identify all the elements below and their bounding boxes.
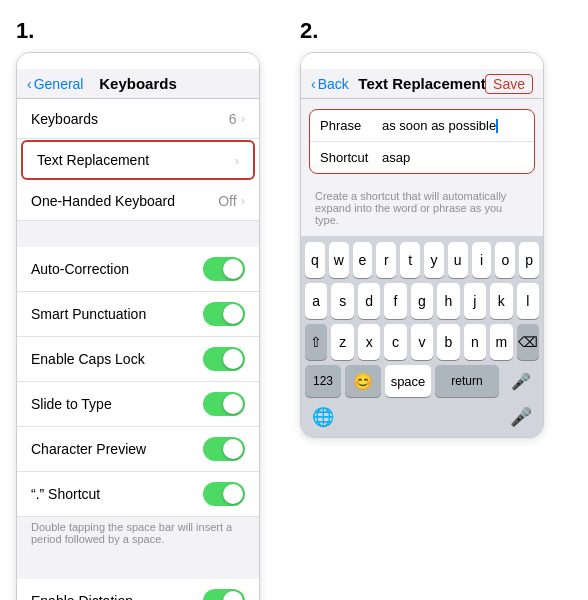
- key-w[interactable]: w: [329, 242, 349, 278]
- key-u[interactable]: u: [448, 242, 468, 278]
- key-b[interactable]: b: [437, 324, 459, 360]
- row-smart-punctuation[interactable]: Smart Punctuation: [17, 292, 259, 337]
- row-text-replacement[interactable]: Text Replacement ›: [21, 140, 255, 180]
- iphone-frame-1: ‹ General Keyboards Keyboards 6 › Text R…: [16, 52, 260, 600]
- key-e[interactable]: e: [353, 242, 373, 278]
- key-h[interactable]: h: [437, 283, 459, 319]
- panel-1: 1. ‹ General Keyboards Keyboards 6 › Tex…: [10, 10, 294, 600]
- key-p[interactable]: p: [519, 242, 539, 278]
- form-note: Create a shortcut that will automaticall…: [301, 184, 543, 236]
- backspace-key[interactable]: ⌫: [517, 324, 539, 360]
- back-label-2[interactable]: Back: [318, 76, 349, 92]
- row-auto-correction[interactable]: Auto-Correction: [17, 247, 259, 292]
- shortcut-value[interactable]: asap: [382, 150, 524, 165]
- shift-key[interactable]: ⇧: [305, 324, 327, 360]
- toggle-character-preview[interactable]: [203, 437, 245, 461]
- key-n[interactable]: n: [464, 324, 486, 360]
- period-note: Double tapping the space bar will insert…: [17, 517, 259, 553]
- space-bar[interactable]: space: [385, 365, 431, 397]
- shortcut-row: Shortcut asap: [310, 142, 534, 173]
- settings-list-1: Keyboards 6 › Text Replacement › One-Han…: [17, 99, 259, 221]
- text-replacement-form: Phrase as soon as possible Shortcut asap: [309, 109, 535, 174]
- nav-back-1[interactable]: ‹ General: [27, 76, 83, 92]
- toggle-auto-correction[interactable]: [203, 257, 245, 281]
- chevron-icon-text-replacement: ›: [235, 153, 239, 168]
- return-key[interactable]: return: [435, 365, 499, 397]
- keyboard-row-1: q w e r t y u i o p: [305, 242, 539, 278]
- key-g[interactable]: g: [411, 283, 433, 319]
- key-l[interactable]: l: [517, 283, 539, 319]
- phrase-value[interactable]: as soon as possible: [382, 118, 524, 133]
- key-o[interactable]: o: [495, 242, 515, 278]
- toggle-list-1: Auto-Correction Smart Punctuation Enable…: [17, 247, 259, 517]
- key-emoji[interactable]: 😊: [345, 365, 381, 397]
- keyboard-row-3: ⇧ z x c v b n m ⌫: [305, 324, 539, 360]
- key-r[interactable]: r: [376, 242, 396, 278]
- text-cursor: [496, 119, 498, 133]
- row-enable-dictation[interactable]: Enable Dictation: [17, 579, 259, 600]
- back-chevron-icon-2: ‹: [311, 76, 316, 92]
- panel-2-number: 2.: [300, 18, 572, 44]
- key-k[interactable]: k: [490, 283, 512, 319]
- row-enable-caps-lock[interactable]: Enable Caps Lock: [17, 337, 259, 382]
- key-123[interactable]: 123: [305, 365, 341, 397]
- key-d[interactable]: d: [358, 283, 380, 319]
- row-one-handed[interactable]: One-Handed Keyboard Off ›: [17, 181, 259, 221]
- section-separator-1: [17, 221, 259, 247]
- key-f[interactable]: f: [384, 283, 406, 319]
- nav-bar-2: ‹ Back Text Replacement Save: [301, 69, 543, 99]
- status-bar-1: [17, 53, 259, 69]
- back-label-1[interactable]: General: [34, 76, 84, 92]
- key-x[interactable]: x: [358, 324, 380, 360]
- key-v[interactable]: v: [411, 324, 433, 360]
- nav-title-1: Keyboards: [99, 75, 177, 92]
- key-y[interactable]: y: [424, 242, 444, 278]
- nav-back-2[interactable]: ‹ Back: [311, 76, 349, 92]
- mic-key[interactable]: 🎤: [503, 365, 539, 397]
- phrase-row: Phrase as soon as possible: [310, 110, 534, 142]
- iphone-frame-2: ‹ Back Text Replacement Save Phrase as s…: [300, 52, 544, 438]
- keyboard-row-2: a s d f g h j k l: [305, 283, 539, 319]
- nav-bar-1: ‹ General Keyboards: [17, 69, 259, 99]
- toggle-dictation[interactable]: [203, 589, 245, 600]
- panel-2: 2. ‹ Back Text Replacement Save Phrase a…: [294, 10, 578, 600]
- row-period-shortcut[interactable]: “.” Shortcut: [17, 472, 259, 517]
- key-s[interactable]: s: [331, 283, 353, 319]
- nav-title-2: Text Replacement: [358, 75, 485, 92]
- toggle-caps-lock[interactable]: [203, 347, 245, 371]
- shortcut-label: Shortcut: [320, 150, 382, 165]
- key-t[interactable]: t: [400, 242, 420, 278]
- mic-bottom-key[interactable]: 🎤: [503, 403, 539, 431]
- key-a[interactable]: a: [305, 283, 327, 319]
- key-j[interactable]: j: [464, 283, 486, 319]
- keyboard: q w e r t y u i o p a s d f g h j k: [301, 236, 543, 437]
- toggle-smart-punctuation[interactable]: [203, 302, 245, 326]
- key-c[interactable]: c: [384, 324, 406, 360]
- toggle-period-shortcut[interactable]: [203, 482, 245, 506]
- save-button[interactable]: Save: [485, 74, 533, 94]
- status-bar-2: [301, 53, 543, 69]
- key-m[interactable]: m: [490, 324, 512, 360]
- row-keyboards[interactable]: Keyboards 6 ›: [17, 99, 259, 139]
- key-q[interactable]: q: [305, 242, 325, 278]
- chevron-icon-keyboards: ›: [241, 111, 245, 126]
- key-i[interactable]: i: [472, 242, 492, 278]
- section-separator-2: [17, 553, 259, 579]
- row-character-preview[interactable]: Character Preview: [17, 427, 259, 472]
- key-z[interactable]: z: [331, 324, 353, 360]
- keyboard-bottom-row: 123 😊 space return 🎤: [305, 365, 539, 397]
- back-chevron-icon-1: ‹: [27, 76, 32, 92]
- globe-key[interactable]: 🌐: [305, 401, 341, 433]
- panel-1-number: 1.: [16, 18, 288, 44]
- toggle-slide-to-type[interactable]: [203, 392, 245, 416]
- dictation-list: Enable Dictation Dictation Languages ›: [17, 579, 259, 600]
- chevron-icon-one-handed: ›: [241, 193, 245, 208]
- row-slide-to-type[interactable]: Slide to Type: [17, 382, 259, 427]
- phrase-label: Phrase: [320, 118, 382, 133]
